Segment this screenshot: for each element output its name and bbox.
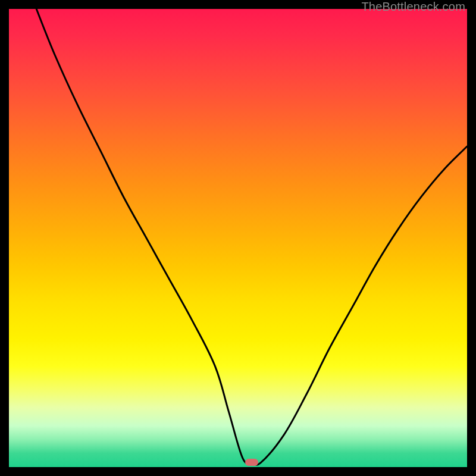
watermark-text: TheBottleneck.com xyxy=(361,0,465,14)
minimum-marker xyxy=(245,459,258,466)
plot-area xyxy=(9,9,467,467)
curve-svg xyxy=(9,9,467,467)
chart-frame: TheBottleneck.com xyxy=(0,0,476,476)
bottleneck-curve xyxy=(36,9,467,465)
